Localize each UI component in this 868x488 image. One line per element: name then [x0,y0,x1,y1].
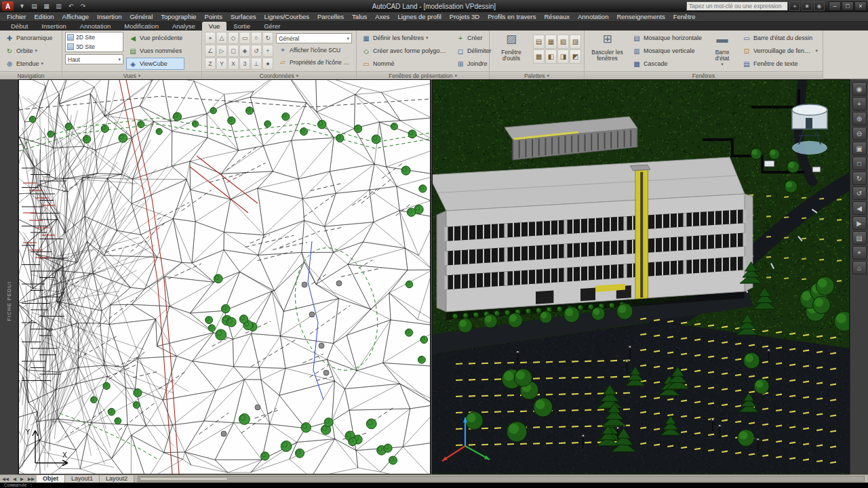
nav-wheel-icon[interactable]: ◉ [852,82,867,96]
define-viewports-button[interactable]: ▦Définir les fenêtres▾ [359,32,451,44]
menu-item[interactable]: Annotation [574,12,612,22]
horizontal-scrollbar[interactable] [138,476,865,482]
tile-vertical-button[interactable]: ▥Mosaïque verticale [630,45,705,57]
ribbon-tab[interactable]: Modification [117,22,165,30]
ucs-tool-button[interactable]: ● [262,58,273,70]
zoom-out-icon[interactable]: ⊖ [852,127,867,140]
ucs-tool-button[interactable]: ▷ [216,45,227,57]
ribbon-tab[interactable]: Vue [202,22,227,30]
drawing-status-bar-button[interactable]: ▭Barre d'état du dessin [740,32,820,44]
pan-icon[interactable]: + [852,97,867,110]
palette-button[interactable]: ◧ [545,49,557,64]
ribbon-tab[interactable]: Sortie [226,22,257,30]
viewport-config-item[interactable]: 2D Site [66,33,123,42]
minimize-button[interactable]: – [829,1,841,11]
menu-item[interactable]: Fichier [3,12,31,22]
polygonal-viewport-button[interactable]: ◇Créer avec forme polygonale [359,45,451,57]
panel-caption-coordonnees[interactable]: Coordonnées▾ [202,71,356,79]
open-icon[interactable]: ▤ [28,1,40,11]
zoom-extents-button[interactable]: ⊕Etendue▾ [3,58,55,70]
status-bar-button[interactable]: ▬Barre d'état▾ [707,32,737,67]
plot-icon[interactable]: ▥ [53,1,64,11]
show-ucs-icon-button[interactable]: ⌖Afficher l'icône SCU [276,44,352,56]
ribbon-tab[interactable]: Insertion [35,22,73,30]
menu-item[interactable]: Edition [31,12,58,22]
create-viewport-button[interactable]: +Créer [454,32,494,44]
ucs-tool-button[interactable]: ↺ [251,45,262,57]
app-logo-icon[interactable]: A [2,1,14,11]
ucs-tool-button[interactable]: ○ [251,32,262,44]
layout-tab-arrow[interactable]: ▶ [18,475,26,483]
layout-tab[interactable]: Layout1 [65,475,100,483]
ucs-tool-button[interactable]: X [228,58,239,70]
ucs-tool-button[interactable]: ⊥ [251,58,262,70]
viewcube-button[interactable]: ◈ViewCube [126,58,184,70]
ucs-tool-button[interactable]: + [262,45,273,57]
menu-item[interactable]: Fenêtre [669,12,700,22]
command-line[interactable]: Commande : [0,483,868,488]
view-direction-select[interactable]: Haut▾ [65,54,123,64]
layout-tab-arrow[interactable]: ▶▶ [26,475,37,483]
menu-item[interactable]: Renseignements [612,12,669,22]
pan-button[interactable]: ✚Panoramique [3,32,55,44]
ucs-named-select[interactable]: Général▾ [276,33,352,43]
free-orbit-icon[interactable]: ↺ [852,186,867,200]
favorites-icon[interactable]: ★ [802,1,812,11]
palette-button[interactable]: ▩ [533,49,545,64]
menu-item[interactable]: Topographie [157,12,200,22]
menu-item[interactable]: Lignes de profil [393,12,445,22]
panel-caption-vues[interactable]: Vues▾ [62,71,201,79]
switch-windows-button[interactable]: ⊞Basculer les fenêtres [587,32,627,62]
save-icon[interactable]: ▦ [41,1,52,11]
ucs-icon-properties-button[interactable]: ▱Propriétés de l'icône SCU [276,56,352,68]
tile-horizontal-button[interactable]: ▤Mosaïque horizontale [630,32,705,44]
zoom-extents-icon[interactable]: □ [852,157,867,170]
ribbon-tab[interactable]: Analyse [165,22,202,30]
panel-caption-palettes[interactable]: Palettes▾ [490,71,584,79]
palette-button[interactable]: ◩ [570,49,581,64]
menu-item[interactable]: Axes [371,12,393,22]
ucs-icon[interactable]: ⌖ [852,246,867,260]
walk-icon[interactable]: ⌂ [852,261,867,274]
scrollbar-thumb[interactable] [140,477,228,481]
menu-item[interactable]: Insertion [93,12,125,22]
viewport-3d-render[interactable] [432,79,850,474]
ucs-tool-button[interactable]: Z [205,58,216,70]
menu-item[interactable]: Talus [348,12,371,22]
layout-tab-arrow[interactable]: ◀◀ [0,475,11,483]
named-viewport-button[interactable]: ▭Nommé [359,58,451,70]
palette-button[interactable]: ▨ [570,35,581,49]
ucs-tool-button[interactable]: △ [216,32,227,44]
search-icon[interactable]: ⌖ [789,1,800,11]
next-view-icon[interactable]: ▶ [852,216,867,230]
ucs-tool-button[interactable]: ◇ [228,32,239,44]
ucs-tool-button[interactable]: ∠ [205,45,216,57]
join-viewport-button[interactable]: ⊞Joindre [454,58,494,70]
ucs-tool-button[interactable]: Y [216,58,227,70]
viewport-config-item[interactable]: 3D Site [66,42,123,52]
palette-button[interactable]: ▤ [533,35,545,49]
app-menu-icon[interactable]: ▼ [16,1,28,11]
zoom-in-icon[interactable]: ⊕ [852,112,867,125]
menu-item[interactable]: Points [201,12,226,22]
tool-palettes-button[interactable]: ▨Fenêtre d'outils [492,32,530,62]
menu-item[interactable]: Lignes/Courbes [260,12,313,22]
ribbon-tab[interactable]: Début [4,22,35,30]
palette-button[interactable]: ◨ [557,49,569,64]
palette-button[interactable]: ▧ [557,35,569,49]
menu-item[interactable]: Parcelles [313,12,348,22]
ucs-tool-button[interactable]: ▭ [239,32,250,44]
viewport-2d-plan[interactable] [18,79,431,474]
ribbon-tab[interactable]: Annotation [73,22,117,30]
text-window-button[interactable]: ▤Fenêtre de texte [740,58,820,70]
named-views-icon[interactable]: ▤ [852,231,867,245]
undo-icon[interactable]: ↶ [65,1,77,11]
menu-item[interactable]: Général [125,12,157,22]
menu-item[interactable]: Réseaux [540,12,574,22]
previous-view-button[interactable]: ◀Vue précédente [126,32,184,44]
ucs-tool-button[interactable]: ⌖ [205,32,216,44]
ucs-tool-button[interactable]: ↻ [262,32,273,44]
orbit-button[interactable]: ↻Orbite▾ [3,45,55,57]
restore-button[interactable]: □ [842,1,854,11]
menu-item[interactable]: Profils en travers [484,12,540,22]
